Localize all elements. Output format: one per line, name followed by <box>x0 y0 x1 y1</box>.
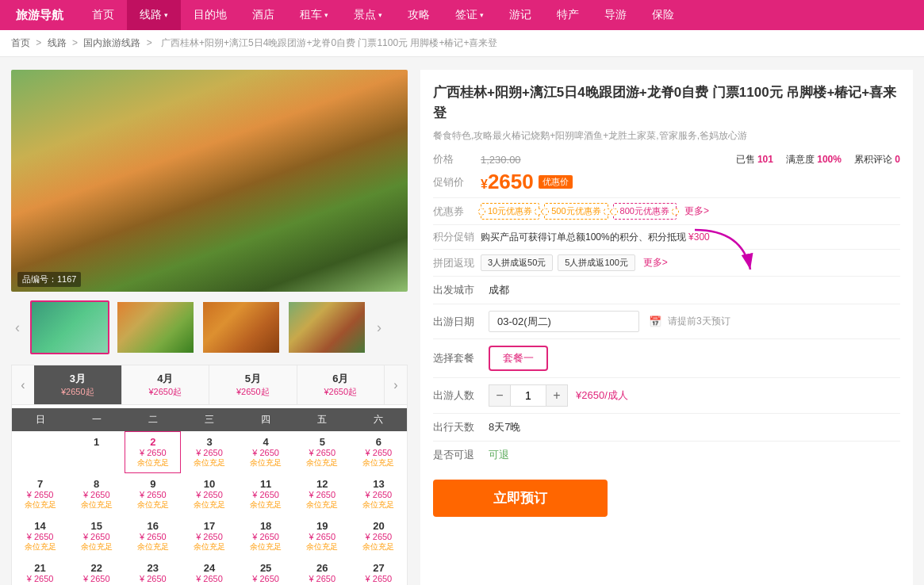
breadcrumb-domestic[interactable]: 国内旅游线路 <box>83 37 140 48</box>
cal-cell-14[interactable]: 14 ¥ 2650 余位充足 <box>12 515 68 557</box>
quantity-decrease-button[interactable]: − <box>489 384 511 407</box>
thumbnail-1[interactable] <box>30 300 109 354</box>
thumbnail-3[interactable] <box>201 300 281 354</box>
nav-travellog[interactable]: 游记 <box>497 0 544 30</box>
cal-cell-16[interactable]: 16 ¥ 2650 余位充足 <box>125 515 181 557</box>
cal-cell-21[interactable]: 21 ¥ 2650 <box>12 557 68 585</box>
cal-cell-8[interactable]: 8 ¥ 2650 余位充足 <box>68 473 125 515</box>
cal-cell-10[interactable]: 10 ¥ 2650 余位充足 <box>181 473 237 515</box>
cal-header-sat: 六 <box>351 408 407 431</box>
thumbnail-2[interactable] <box>116 300 195 354</box>
product-title: 广西桂林+阳朔+漓江5日4晚跟团游+龙脊0自费 门票1100元 吊脚楼+椿记+喜… <box>433 82 900 123</box>
departure-label: 出发城市 <box>433 283 489 297</box>
cashback-more-link[interactable]: 更多> <box>643 256 668 270</box>
month-april-label: 4月 <box>125 372 206 386</box>
month-tab-may[interactable]: 5月 ¥2650起 <box>209 365 297 404</box>
duration-label: 出行天数 <box>433 420 489 434</box>
cal-header-tue: 二 <box>125 408 181 431</box>
coupon-list: 10元优惠券 500元优惠券 800元优惠券 更多> <box>481 203 709 220</box>
coupon-tag-2[interactable]: 500元优惠券 <box>544 203 608 220</box>
month-march-label: 3月 <box>37 372 118 386</box>
month-tab-march[interactable]: 3月 ¥2650起 <box>34 365 122 404</box>
refund-label: 是否可退 <box>433 448 489 462</box>
quantity-increase-button[interactable]: + <box>546 384 568 407</box>
cal-cell-15[interactable]: 15 ¥ 2650 余位充足 <box>68 515 125 557</box>
thumb-next-arrow[interactable]: › <box>373 300 385 355</box>
nav-home[interactable]: 首页 <box>79 0 127 30</box>
nav-car[interactable]: 租车 ▾ <box>287 0 341 30</box>
main-product-image: 品编号：1167 <box>11 70 408 292</box>
top-navigation: 旅游导航 首页 线路 ▾ 目的地 酒店 租车 ▾ 景点 ▾ 攻略 签证 ▾ 游记… <box>0 0 924 30</box>
routes-dropdown-icon: ▾ <box>164 11 168 19</box>
cal-cell-12[interactable]: 12 ¥ 2650 余位充足 <box>294 473 351 515</box>
promo-amount: 2650 <box>488 170 534 193</box>
cal-cell-7[interactable]: 7 ¥ 2650 余位充足 <box>12 473 68 515</box>
month-tab-june[interactable]: 6月 ¥2650起 <box>297 365 385 404</box>
month-june-label: 6月 <box>301 372 381 386</box>
cal-cell-6[interactable]: 6 ¥ 2650 余位充足 <box>351 431 407 473</box>
cal-cell-1[interactable]: 1 <box>68 431 125 473</box>
cal-cell-13[interactable]: 13 ¥ 2650 余位充足 <box>351 473 407 515</box>
breadcrumb-routes[interactable]: 线路 <box>48 37 67 48</box>
cal-cell-18[interactable]: 18 ¥ 2650 余位充足 <box>238 515 294 557</box>
calendar-icon[interactable]: 📅 <box>649 315 661 327</box>
month-tab-april[interactable]: 4月 ¥2650起 <box>122 365 210 404</box>
cal-prev-button[interactable]: ‹ <box>12 378 34 392</box>
package-row: 选择套餐 套餐一 <box>433 338 900 377</box>
cal-row-3: 14 ¥ 2650 余位充足 15 ¥ 2650 余位充足 16 ¥ 2650 … <box>12 515 407 557</box>
quantity-control: − + <box>489 384 568 407</box>
nav-hotel[interactable]: 酒店 <box>240 0 287 30</box>
thumb-prev-arrow[interactable]: ‹ <box>11 300 24 355</box>
cal-cell-9[interactable]: 9 ¥ 2650 余位充足 <box>125 473 181 515</box>
cal-cell-27[interactable]: 27 ¥ 2650 <box>351 557 407 585</box>
cal-cell-17[interactable]: 17 ¥ 2650 余位充足 <box>181 515 237 557</box>
coupon-more-link[interactable]: 更多> <box>684 205 709 218</box>
satisfaction-label: 满意度 100% <box>786 153 842 166</box>
cal-cell-24[interactable]: 24 ¥ 2650 <box>181 557 237 585</box>
duration-value: 8天7晚 <box>489 420 520 434</box>
duration-row: 出行天数 8天7晚 <box>433 413 900 441</box>
cal-header-thu: 四 <box>238 408 294 431</box>
nav-visa[interactable]: 签证 ▾ <box>443 0 497 30</box>
cal-cell-11[interactable]: 11 ¥ 2650 余位充足 <box>238 473 294 515</box>
package-button[interactable]: 套餐一 <box>489 346 548 371</box>
cal-cell-4[interactable]: 4 ¥ 2650 余位充足 <box>238 431 294 473</box>
price-label: 价格 <box>433 152 481 166</box>
coupon-tag-1[interactable]: 10元优惠券 <box>481 203 539 220</box>
nav-destination[interactable]: 目的地 <box>181 0 240 30</box>
breadcrumb-current: 广西桂林+阳朔+漓江5日4晚跟团游+龙脊0自费 门票1100元 用脚楼+椿记+喜… <box>161 37 497 48</box>
month-april-price: ¥2650起 <box>125 386 206 398</box>
refund-value: 可退 <box>489 448 509 462</box>
tour-date-input[interactable] <box>489 311 639 332</box>
coupon-row: 优惠券 10元优惠券 500元优惠券 800元优惠券 更多> <box>433 197 900 224</box>
cal-cell-2[interactable]: 2 ¥ 2650 余位充足 <box>125 431 181 473</box>
quantity-row: 出游人数 − + ¥2650/成人 <box>433 377 900 413</box>
nav-localguide[interactable]: 导游 <box>592 0 639 30</box>
package-label: 选择套餐 <box>433 351 489 365</box>
month-june-price: ¥2650起 <box>301 386 381 398</box>
cal-cell-23[interactable]: 23 ¥ 2650 <box>125 557 181 585</box>
nav-specialty[interactable]: 特产 <box>544 0 592 30</box>
cal-cell-3[interactable]: 3 ¥ 2650 余位充足 <box>181 431 237 473</box>
quantity-input[interactable] <box>511 384 546 407</box>
nav-guide[interactable]: 攻略 <box>395 0 443 30</box>
cashback-tag-2: 5人拼成返100元 <box>558 254 635 271</box>
main-content: 品编号：1167 ‹ › ‹ 3月 ¥2650起 4月 ¥2650起 <box>0 57 924 585</box>
quantity-label: 出游人数 <box>433 388 489 403</box>
nav-insurance[interactable]: 保险 <box>639 0 687 30</box>
cal-header-sun: 日 <box>12 408 68 431</box>
nav-scenic[interactable]: 景点 ▾ <box>341 0 395 30</box>
cal-cell-22[interactable]: 22 ¥ 2650 <box>68 557 125 585</box>
nav-routes[interactable]: 线路 ▾ <box>127 0 181 30</box>
breadcrumb-sep2: > <box>72 37 80 48</box>
cal-cell-26[interactable]: 26 ¥ 2650 <box>294 557 351 585</box>
cal-next-button[interactable]: › <box>385 378 407 392</box>
breadcrumb-home[interactable]: 首页 <box>11 37 30 48</box>
cal-cell-19[interactable]: 19 ¥ 2650 余位充足 <box>294 515 351 557</box>
coupon-tag-3[interactable]: 800元优惠券 <box>613 203 677 220</box>
cal-cell-5[interactable]: 5 ¥ 2650 余位充足 <box>294 431 351 473</box>
thumbnail-4[interactable] <box>287 300 366 354</box>
book-button[interactable]: 立即预订 <box>433 480 608 517</box>
cal-cell-25[interactable]: 25 ¥ 2650 <box>238 557 294 585</box>
cal-cell-20[interactable]: 20 ¥ 2650 余位充足 <box>351 515 407 557</box>
